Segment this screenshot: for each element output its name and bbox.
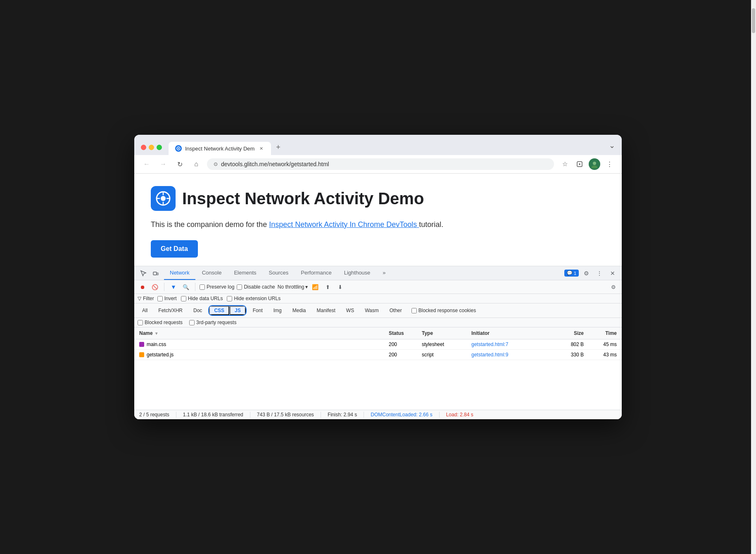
status-dom-loaded: DOMContentLoaded: 2.66 s [371, 412, 439, 418]
import-har-icon[interactable]: ⬆ [323, 282, 333, 292]
status-load-time: Load: 2.84 s [446, 412, 473, 418]
description-prefix: This is the companion demo for the [151, 220, 269, 229]
disable-cache-checkbox[interactable] [237, 284, 242, 290]
filter-js[interactable]: JS [230, 306, 246, 315]
type-filters: All Fetch/XHR Doc CSS JS Font Img Media … [134, 303, 622, 318]
settings-icon[interactable]: ⚙ [580, 267, 592, 279]
preserve-log-checkbox[interactable] [200, 284, 205, 290]
disable-cache-label[interactable]: Disable cache [237, 284, 275, 290]
hide-ext-urls-label[interactable]: Hide extension URLs [227, 296, 281, 301]
third-party-label[interactable]: 3rd-party requests [189, 320, 236, 325]
close-devtools-icon[interactable]: ✕ [607, 267, 618, 279]
invert-checkbox[interactable] [157, 296, 163, 301]
th-name: Name ▼ [138, 329, 387, 337]
filter-img[interactable]: Img [269, 306, 286, 315]
initiator-link-js[interactable]: getstarted.html:9 [471, 352, 508, 358]
td-time-js: 43 ms [585, 351, 618, 359]
extension-icon[interactable] [574, 158, 585, 170]
page-scroll-area: Inspect Network Activity Demo This is th… [134, 174, 622, 419]
tab-favicon [175, 145, 182, 152]
minimize-button[interactable] [149, 145, 154, 150]
preserve-log-label[interactable]: Preserve log [200, 284, 234, 290]
device-toolbar-icon[interactable] [150, 267, 162, 279]
initiator-link-css[interactable]: getstarted.html:7 [471, 341, 508, 347]
filter-css[interactable]: CSS [209, 306, 229, 315]
inspect-element-icon[interactable] [138, 267, 149, 279]
filter-manifest[interactable]: Manifest [312, 306, 340, 315]
back-button[interactable]: ← [141, 158, 152, 170]
third-party-checkbox[interactable] [189, 320, 195, 325]
tab-bar: Inspect Network Activity Dem ✕ + ⌄ [169, 140, 615, 155]
svg-rect-12 [157, 273, 158, 275]
hide-data-urls-label[interactable]: Hide data URLs [181, 296, 223, 301]
tab-lighthouse[interactable]: Lighthouse [338, 266, 376, 280]
active-tab[interactable]: Inspect Network Activity Dem ✕ [169, 142, 271, 155]
table-row[interactable]: main.css 200 stylesheet getstarted.html:… [134, 339, 622, 350]
export-har-icon[interactable]: ⬇ [335, 282, 345, 292]
maximize-button[interactable] [157, 145, 162, 150]
th-status: Status [387, 329, 420, 337]
home-button[interactable]: ⌂ [190, 158, 202, 170]
filter-ws[interactable]: WS [342, 306, 359, 315]
console-badge[interactable]: 💬 1 [564, 270, 579, 277]
hide-ext-urls-checkbox[interactable] [227, 296, 232, 301]
content-area: Inspect Network Activity Demo This is th… [134, 174, 622, 419]
tab-sources[interactable]: Sources [263, 266, 295, 280]
toolbar-separator-2 [195, 283, 195, 291]
reload-button[interactable]: ↻ [174, 158, 185, 170]
tab-network[interactable]: Network [164, 266, 195, 280]
filter-all[interactable]: All [138, 306, 152, 315]
close-button[interactable] [141, 145, 146, 150]
profile-icon[interactable] [589, 158, 600, 170]
tab-elements[interactable]: Elements [228, 266, 262, 280]
svg-point-6 [161, 196, 166, 201]
filter-fetch-xhr[interactable]: Fetch/XHR [154, 306, 187, 315]
forward-button[interactable]: → [157, 158, 169, 170]
blocked-requests-checkbox[interactable] [138, 320, 143, 325]
hide-data-urls-checkbox[interactable] [181, 296, 186, 301]
filter-font[interactable]: Font [248, 306, 267, 315]
css-js-group: CSS JS [208, 305, 246, 316]
blocked-cookies-label[interactable]: Blocked response cookies [411, 308, 476, 313]
filter-icon[interactable]: ▼ [169, 282, 178, 292]
tab-console[interactable]: Console [196, 266, 228, 280]
menu-icon[interactable]: ⋮ [604, 158, 615, 170]
get-data-button[interactable]: Get Data [151, 240, 198, 258]
filter-bar: ▽ Filter Invert Hide data URLs [134, 294, 622, 303]
devtools-link[interactable]: Inspect Network Activity In Chrome DevTo… [269, 220, 419, 229]
filter-label: Filter [143, 296, 154, 301]
filter-doc[interactable]: Doc [189, 306, 207, 315]
throttle-select[interactable]: No throttling ▾ [278, 284, 308, 290]
network-conditions-icon[interactable]: 📶 [310, 282, 320, 292]
css-file-icon [139, 342, 144, 347]
type-filters-row2: Blocked requests 3rd-party requests [134, 318, 622, 327]
devtools-tabs: Network Console Elements Sources Perform… [134, 266, 622, 280]
td-status-js: 200 [387, 351, 420, 359]
bookmark-icon[interactable]: ☆ [559, 158, 571, 170]
tab-more[interactable]: » [377, 266, 391, 280]
blocked-cookies-checkbox[interactable] [411, 308, 417, 313]
record-button[interactable]: ⏺ [138, 282, 147, 292]
more-options-icon[interactable]: ⋮ [594, 267, 605, 279]
table-row[interactable]: getstarted.js 200 script getstarted.html… [134, 350, 622, 360]
new-tab-button[interactable]: + [271, 140, 285, 155]
devtools-right-actions: 💬 1 ⚙ ⋮ ✕ [564, 267, 618, 279]
tab-close-button[interactable]: ✕ [258, 145, 264, 152]
filter-media[interactable]: Media [288, 306, 311, 315]
network-settings-icon[interactable]: ⚙ [609, 282, 618, 292]
blocked-requests-label[interactable]: Blocked requests [138, 320, 183, 325]
td-type-css: stylesheet [420, 340, 470, 349]
tab-performance[interactable]: Performance [295, 266, 337, 280]
title-bar: Inspect Network Activity Dem ✕ + ⌄ [134, 135, 622, 155]
url-bar[interactable]: ⊙ devtools.glitch.me/network/getstarted.… [207, 158, 554, 170]
devtools-icons [138, 267, 162, 279]
search-icon[interactable]: 🔍 [181, 282, 191, 292]
td-initiator-css: getstarted.html:7 [470, 340, 552, 349]
invert-label[interactable]: Invert [157, 296, 177, 301]
tab-dropdown-button[interactable]: ⌄ [609, 141, 615, 155]
toolbar-separator-1 [164, 283, 164, 291]
filter-other[interactable]: Other [385, 306, 407, 315]
filter-wasm[interactable]: Wasm [360, 306, 383, 315]
clear-button[interactable]: 🚫 [150, 282, 160, 292]
th-type: Type [420, 329, 470, 337]
